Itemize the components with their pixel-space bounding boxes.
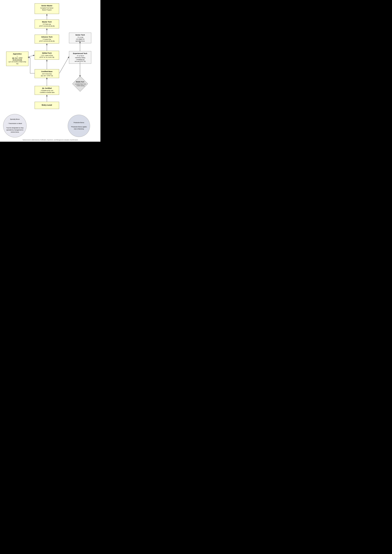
skilled-tech-title: Skilled Tech xyxy=(36,52,58,54)
certified-base-body: min 6 mons Exp(QL cert + STST 10) xyxy=(36,73,58,77)
ql-certified-box: QL Certified -Complete all QL cert- Cert… xyxy=(35,86,59,95)
svg-line-8 xyxy=(28,55,34,57)
flowchart: Senior Master Complete Ford SeniorMaster… xyxy=(0,0,100,142)
advance-tech-body: 2-3 years Exp(STST 10,33,34,35,38,39) xyxy=(36,38,58,42)
specialty-bonus-circle: Specialty Bonus - Transmission or diesel… xyxy=(3,114,27,138)
apprentice-body: L(QL Cert + STST 10,33,34,35,38)up to 18… xyxy=(8,55,27,65)
certified-base-box: Certified Base min 6 mons Exp(QL cert + … xyxy=(35,69,59,78)
certified-base-title: Certified Base xyxy=(36,70,58,72)
advance-tech-title: Advance Tech xyxy=(36,36,58,38)
experienced-tech-box: Experienced Tech - 3+ yr exp inmainshop … xyxy=(69,51,91,64)
skilled-tech-box: Skilled Tech 1 1/2 + years of Exp(STST 1… xyxy=(35,51,59,60)
svg-line-9 xyxy=(59,57,69,73)
senior-master-box: Senior Master Complete Ford SeniorMaster… xyxy=(35,3,59,14)
entry-level-box: Entry Level xyxy=(35,102,59,109)
master-tech-title: Master Tech xyxy=(36,21,58,23)
specialty-bonus-text: Specialty Bonus - Transmission or diesel… xyxy=(6,118,24,133)
experienced-tech-title: Experienced Tech xyxy=(70,52,90,54)
mobile-tech-diamond: Mobile Tech - complete Base Cert- mobile… xyxy=(68,76,92,92)
entry-level-title: Entry Level xyxy=(42,104,52,106)
skilled-tech-body: 1 1/2 + years of Exp(STST 10, 33, 34,35,… xyxy=(36,55,58,58)
senior-tech-title: Senior Tech xyxy=(70,34,90,36)
mobile-tech-body: - complete Base Cert- mobile training xyxy=(71,83,90,87)
senior-tech-box: Senior Tech - 5+ yr exp-not eligible for… xyxy=(69,33,91,43)
advance-tech-box: Advance Tech 2-3 years Exp(STST 10,33,34… xyxy=(35,35,59,43)
footer-text: *advancement is determined by Certificat… xyxy=(0,139,100,141)
ql-certified-body: -Complete all QL cert- Certified on bbra… xyxy=(36,90,58,93)
production-bonus-text: Production Bonus *Production Bonus appli… xyxy=(70,122,88,130)
experienced-tech-body: - 3+ yr exp inmainshop setting- complete… xyxy=(70,55,90,62)
production-bonus-circle: Production Bonus *Production Bonus appli… xyxy=(68,115,90,137)
mobile-tech-title: Mobile Tech xyxy=(71,81,90,83)
ql-certified-title: QL Certified xyxy=(36,87,58,89)
senior-master-title: Senior Master xyxy=(36,5,58,7)
senior-tech-body: - 5+ yr exp-not eligible forspecialty bo… xyxy=(70,36,90,42)
apprentice-box: Apprentice L(QL Cert + STST 10,33,34,35,… xyxy=(6,52,28,66)
master-tech-body: 3-5 Years exp(STST 10,33,34,35,38,39) xyxy=(36,23,58,27)
senior-master-body: Complete Ford SeniorMaster Program xyxy=(36,7,58,11)
apprentice-title: Apprentice xyxy=(8,53,27,55)
master-tech-box: Master Tech 3-5 Years exp(STST 10,33,34,… xyxy=(35,20,59,28)
